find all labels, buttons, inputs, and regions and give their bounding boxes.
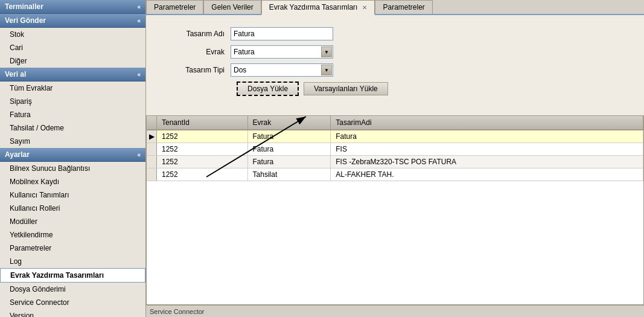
collapse-icon: « xyxy=(137,4,141,10)
cell-tenantid: 1252 xyxy=(157,143,248,156)
cell-tenantid: 1252 xyxy=(157,156,248,168)
tab-bar: Parametreler Gelen Veriler Evrak Yazdırm… xyxy=(146,0,644,15)
evrak-select[interactable]: Fatura xyxy=(231,45,333,59)
dosya-yukle-button[interactable]: Dosya Yükle xyxy=(237,82,299,96)
cell-evrak: Tahsilat xyxy=(247,168,331,181)
evrak-label: Evrak xyxy=(164,48,231,56)
sidebar-section-terminaller-label: Terminaller xyxy=(5,2,43,11)
collapse-icon-3: « xyxy=(137,71,141,78)
sidebar-section-veri-gonder[interactable]: Veri Gönder « xyxy=(0,14,145,28)
sidebar-item-stok[interactable]: Stok xyxy=(0,28,145,41)
table-row[interactable]: ▶1252FaturaFatura xyxy=(147,130,643,143)
col-header-tasarimadi: TasarimAdi xyxy=(331,116,643,130)
evrak-select-wrapper: Fatura ▼ xyxy=(231,45,333,59)
row-indicator: ▶ xyxy=(147,130,157,143)
sidebar-item-moduller[interactable]: Modüller xyxy=(0,215,145,228)
form-row-tasarim-adi: Tasarım Adı xyxy=(164,27,626,40)
status-text: Service Connector xyxy=(150,308,205,315)
sidebar-item-bilnex-sunucu[interactable]: Bilnex Sunucu Bağlantısı xyxy=(0,162,145,175)
cell-tenantid: 1252 xyxy=(157,168,248,181)
tab-parametreler-1[interactable]: Parametreler xyxy=(146,0,203,14)
varsayilan-yukle-button[interactable]: Varsayılanları Yükle xyxy=(304,82,388,95)
sidebar-item-mobilnex-kaydi[interactable]: Mobilnex Kaydı xyxy=(0,175,145,188)
sidebar-section-ayarlar-label: Ayarlar xyxy=(5,150,30,159)
tasarim-tipi-select-wrapper: Dos ▼ xyxy=(231,63,333,77)
tasarim-adi-label: Tasarım Adı xyxy=(164,30,231,38)
table-header-row: TenantId Evrak TasarimAdi xyxy=(147,116,643,130)
row-indicator-header xyxy=(147,116,157,130)
table-row[interactable]: 1252FaturaFIS -ZebraMz320-TSC POS FATURA xyxy=(147,156,643,168)
sidebar-item-yetkilendirme[interactable]: Yetkilendirme xyxy=(0,228,145,242)
cell-tasarimadi: FIS xyxy=(331,143,643,156)
cell-tasarimadi: FIS -ZebraMz320-TSC POS FATURA xyxy=(331,156,643,168)
form-area: Tasarım Adı Evrak Fatura ▼ Tasarım Tipi … xyxy=(146,15,644,115)
table-row[interactable]: 1252TahsilatAL-FAKHER TAH. xyxy=(147,168,643,181)
sidebar-section-veri-al-label: Veri al xyxy=(5,70,26,78)
sidebar-item-cari[interactable]: Cari xyxy=(0,41,145,54)
cell-tasarimadi: AL-FAKHER TAH. xyxy=(331,168,643,181)
tab-gelen-veriler[interactable]: Gelen Veriler xyxy=(203,0,261,14)
col-header-evrak: Evrak xyxy=(247,116,331,130)
cell-tasarimadi: Fatura xyxy=(331,130,643,143)
sidebar-item-parametreler[interactable]: Parametreler xyxy=(0,242,145,255)
table-row[interactable]: 1252FaturaFIS xyxy=(147,143,643,156)
sidebar-item-sayim[interactable]: Sayım xyxy=(0,135,145,148)
sidebar-item-kullanici-tanimlari[interactable]: Kullanıcı Tanımları xyxy=(0,188,145,202)
col-header-tenantid: TenantId xyxy=(157,116,248,130)
sidebar-item-fatura[interactable]: Fatura xyxy=(0,108,145,121)
sidebar-item-dosya-gonderimi[interactable]: Dosya Gönderimi xyxy=(0,283,145,296)
collapse-icon-4: « xyxy=(137,152,141,158)
sidebar-section-veri-gonder-label: Veri Gönder xyxy=(5,16,46,25)
row-indicator xyxy=(147,143,157,156)
data-table: TenantId Evrak TasarimAdi ▶1252FaturaFat… xyxy=(147,116,643,181)
sidebar-item-tum-evraklar[interactable]: Tüm Evraklar xyxy=(0,82,145,95)
data-table-wrapper: TenantId Evrak TasarimAdi ▶1252FaturaFat… xyxy=(146,115,644,305)
sidebar-section-terminaller[interactable]: Terminaller « xyxy=(0,0,145,14)
sidebar-item-version[interactable]: Version xyxy=(0,309,145,317)
sidebar-item-siparis[interactable]: Sipariş xyxy=(0,95,145,108)
collapse-icon-2: « xyxy=(137,18,141,24)
sidebar-item-diger[interactable]: Diğer xyxy=(0,54,145,68)
tab-parametreler-2[interactable]: Parametreler xyxy=(375,0,432,14)
sidebar-item-service-connector[interactable]: Service Connector xyxy=(0,296,145,309)
sidebar-section-veri-al[interactable]: Veri al « xyxy=(0,68,145,82)
tasarim-tipi-select[interactable]: Dos xyxy=(231,63,333,77)
status-bar: Service Connector xyxy=(146,305,644,317)
sidebar-section-ayarlar[interactable]: Ayarlar « xyxy=(0,148,145,162)
content-area: Tasarım Adı Evrak Fatura ▼ Tasarım Tipi … xyxy=(146,15,644,305)
main-content: Parametreler Gelen Veriler Evrak Yazdırm… xyxy=(146,0,644,317)
sidebar-item-tahsilat-odeme[interactable]: Tahsilat / Odeme xyxy=(0,121,145,135)
tasarim-tipi-label: Tasarım Tipi xyxy=(164,66,231,74)
sidebar-item-evrak-yazdirma[interactable]: Evrak Yazdırma Tasarımları xyxy=(0,268,145,283)
button-row: Dosya Yükle Varsayılanları Yükle xyxy=(237,82,626,96)
cell-evrak: Fatura xyxy=(247,143,331,156)
row-indicator xyxy=(147,156,157,168)
form-row-tasarim-tipi: Tasarım Tipi Dos ▼ xyxy=(164,63,626,77)
cell-evrak: Fatura xyxy=(247,130,331,143)
row-indicator xyxy=(147,168,157,181)
tab-evrak-yazdirma[interactable]: Evrak Yazdırma Tasarımları ✕ xyxy=(261,0,375,15)
sidebar: Terminaller « Veri Gönder « Stok Cari Di… xyxy=(0,0,146,317)
cell-tenantid: 1252 xyxy=(157,130,248,143)
form-row-evrak: Evrak Fatura ▼ xyxy=(164,45,626,59)
sidebar-item-kullanici-rolleri[interactable]: Kullanıcı Rolleri xyxy=(0,202,145,215)
sidebar-item-log[interactable]: Log xyxy=(0,255,145,268)
cell-evrak: Fatura xyxy=(247,156,331,168)
table-body: ▶1252FaturaFatura1252FaturaFIS1252Fatura… xyxy=(147,130,643,181)
tab-close-icon[interactable]: ✕ xyxy=(362,4,367,11)
tasarim-adi-input[interactable] xyxy=(231,27,333,40)
